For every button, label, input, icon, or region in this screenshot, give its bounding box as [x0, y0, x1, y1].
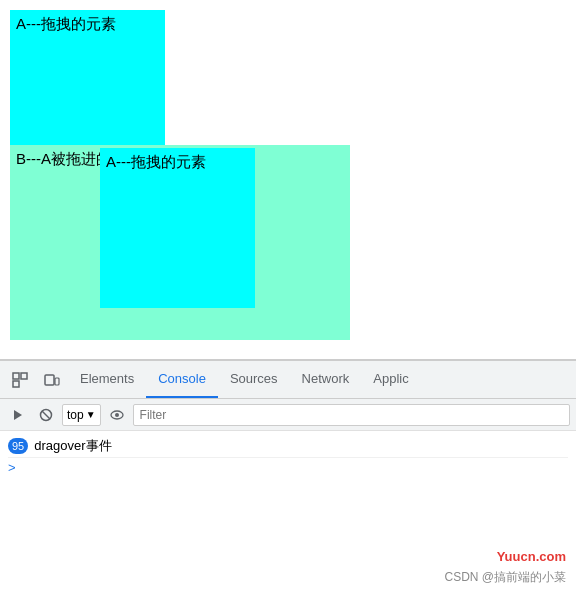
- elem-a-overlay-label: A---拖拽的元素: [106, 152, 206, 172]
- context-label: top: [67, 408, 84, 422]
- watermark: Yuucn.com: [497, 549, 566, 564]
- credit-text: CSDN @搞前端的小菜: [444, 570, 566, 584]
- context-selector[interactable]: top ▼: [62, 404, 101, 426]
- event-log-text: dragover事件: [34, 437, 111, 455]
- svg-marker-5: [14, 410, 22, 420]
- play-icon: [11, 408, 25, 422]
- console-content: 95 dragover事件 > Yuucn.com CSDN @搞前端的小菜: [0, 431, 576, 594]
- eye-btn[interactable]: [105, 403, 129, 427]
- prompt-symbol: >: [8, 460, 16, 475]
- demo-area: A---拖拽的元素 B---A被拖进的元素 A---拖拽的元素: [0, 0, 576, 360]
- clear-btn[interactable]: [34, 403, 58, 427]
- svg-rect-0: [13, 373, 19, 379]
- tab-console[interactable]: Console: [146, 361, 218, 398]
- block-icon: [39, 408, 53, 422]
- filter-input[interactable]: [133, 404, 570, 426]
- svg-rect-3: [45, 375, 54, 385]
- tab-elements[interactable]: Elements: [68, 361, 146, 398]
- svg-point-9: [115, 413, 119, 417]
- device-icon-btn[interactable]: [38, 366, 66, 394]
- inspect-icon: [12, 372, 28, 388]
- devtools-panel: Elements Console Sources Network Applic: [0, 360, 576, 594]
- context-arrow-icon: ▼: [86, 409, 96, 420]
- tab-sources[interactable]: Sources: [218, 361, 290, 398]
- svg-rect-4: [55, 378, 59, 385]
- tab-network[interactable]: Network: [290, 361, 362, 398]
- watermark-text: Yuucn.com: [497, 549, 566, 564]
- console-prompt-row[interactable]: >: [8, 458, 568, 477]
- device-icon: [44, 372, 60, 388]
- csdn-credit: CSDN @搞前端的小菜: [444, 569, 566, 586]
- svg-rect-1: [13, 381, 19, 387]
- svg-rect-2: [21, 373, 27, 379]
- devtools-tabs-bar: Elements Console Sources Network Applic: [0, 361, 576, 399]
- elem-a-overlay-box[interactable]: A---拖拽的元素: [100, 148, 255, 308]
- console-log-row: 95 dragover事件: [8, 435, 568, 458]
- elem-a-label: A---拖拽的元素: [16, 14, 116, 34]
- tab-applic[interactable]: Applic: [361, 361, 420, 398]
- eye-icon: [110, 408, 124, 422]
- svg-line-7: [42, 411, 50, 419]
- devtools-toolbar: top ▼: [0, 399, 576, 431]
- inspect-icon-btn[interactable]: [6, 366, 34, 394]
- event-count-badge: 95: [8, 438, 28, 454]
- play-btn[interactable]: [6, 403, 30, 427]
